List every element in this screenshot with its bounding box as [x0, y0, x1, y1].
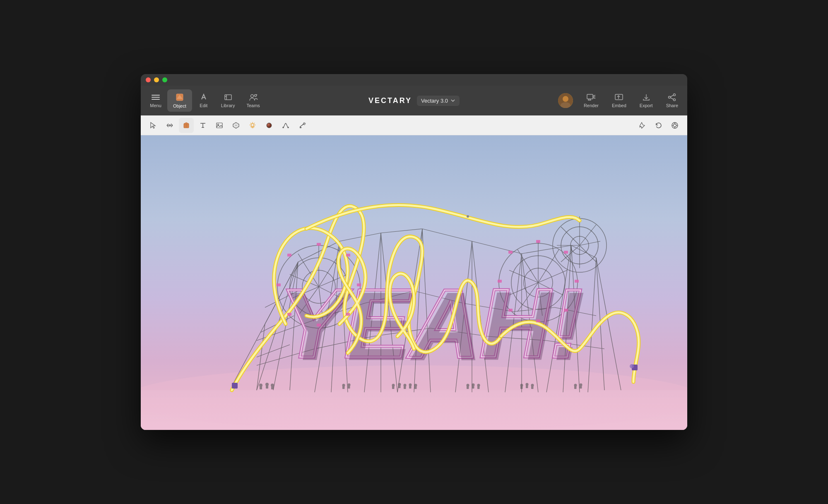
teams-label: Teams [246, 103, 260, 108]
canvas-background: YEAH! YEAH! YEAH! [141, 135, 687, 430]
svg-rect-158 [287, 254, 291, 257]
svg-rect-166 [508, 251, 513, 254]
share-icon [667, 93, 676, 101]
svg-rect-174 [342, 386, 345, 389]
svg-rect-172 [271, 386, 274, 389]
svg-line-43 [250, 123, 251, 124]
render-label: Render [584, 103, 599, 108]
svg-rect-153 [357, 283, 361, 286]
svg-point-29 [674, 99, 676, 101]
svg-rect-159 [536, 240, 540, 243]
embed-button[interactable]: Embed [606, 90, 632, 111]
svg-rect-170 [266, 385, 268, 389]
svg-rect-156 [287, 313, 291, 316]
canvas-area[interactable]: YEAH! YEAH! YEAH! [141, 135, 687, 430]
select-tool[interactable] [146, 118, 161, 133]
library-button[interactable]: Library [215, 90, 241, 111]
transform-tool[interactable] [162, 118, 177, 133]
menu-button[interactable]: Menu [144, 90, 167, 111]
svg-point-206 [630, 364, 634, 368]
svg-line-18 [593, 95, 595, 96]
svg-point-55 [674, 124, 676, 127]
curve-tool[interactable] [278, 118, 293, 133]
close-button[interactable] [146, 77, 151, 82]
subtoolbar [141, 115, 687, 135]
svg-rect-198 [531, 386, 534, 389]
light-tool[interactable] [245, 118, 260, 133]
render-icon [587, 93, 596, 101]
share-button[interactable]: Share [660, 90, 684, 111]
object-tool[interactable] [179, 118, 194, 133]
project-selector[interactable]: Vectary 3.0 [417, 96, 460, 106]
svg-rect-161 [575, 280, 579, 283]
svg-rect-194 [520, 386, 523, 389]
svg-rect-200 [574, 386, 577, 389]
svg-text:YEAH!: YEAH! [282, 272, 585, 381]
pin-tool[interactable] [634, 118, 649, 133]
export-button[interactable]: Export [634, 90, 659, 111]
user-avatar[interactable] [558, 93, 573, 108]
svg-rect-36 [217, 123, 222, 128]
titlebar [141, 74, 687, 86]
embed-label: Embed [612, 103, 626, 108]
text-tool[interactable] [195, 118, 210, 133]
svg-rect-151 [317, 243, 321, 246]
library-label: Library [221, 103, 235, 108]
embed-icon [614, 93, 623, 101]
toolbar-left: Menu Object Edit [144, 89, 266, 112]
svg-rect-188 [467, 386, 469, 389]
svg-rect-154 [346, 313, 350, 316]
object-label: Object [173, 103, 186, 108]
svg-rect-47 [252, 127, 253, 128]
svg-rect-49 [283, 127, 284, 128]
svg-rect-0 [152, 95, 160, 96]
undo-tool[interactable] [651, 118, 666, 133]
svg-rect-155 [317, 324, 321, 326]
svg-point-205 [467, 215, 469, 218]
svg-rect-163 [536, 319, 540, 322]
svg-line-19 [593, 98, 595, 98]
render-button[interactable]: Render [578, 90, 604, 111]
svg-rect-62 [141, 390, 687, 430]
share-label: Share [666, 103, 678, 108]
svg-line-31 [671, 95, 674, 97]
image-tool[interactable] [212, 118, 227, 133]
ar-tool[interactable] [229, 118, 243, 133]
view-mode-tool[interactable] [667, 118, 682, 133]
export-icon [642, 93, 651, 101]
svg-rect-168 [260, 386, 262, 389]
svg-rect-1 [152, 97, 160, 98]
svg-rect-202 [580, 385, 582, 389]
svg-point-48 [267, 123, 272, 128]
svg-point-37 [218, 124, 219, 125]
svg-point-28 [669, 96, 671, 98]
svg-rect-184 [409, 385, 412, 389]
app-window: Menu Object Edit [141, 74, 687, 430]
svg-rect-182 [404, 386, 406, 389]
svg-rect-24 [615, 94, 623, 100]
svg-rect-190 [472, 385, 474, 389]
svg-rect-176 [348, 385, 350, 389]
svg-rect-152 [346, 254, 350, 257]
chevron-down-icon [450, 98, 455, 103]
material-tool[interactable] [262, 118, 277, 133]
svg-line-45 [250, 126, 251, 127]
svg-point-38 [251, 123, 254, 126]
svg-point-10 [254, 95, 256, 97]
edit-points-tool[interactable] [295, 118, 310, 133]
svg-rect-157 [277, 283, 281, 286]
scene-svg: YEAH! YEAH! YEAH! [141, 135, 687, 430]
menu-label: Menu [150, 103, 161, 108]
avatar-image [558, 93, 573, 108]
svg-line-30 [671, 98, 674, 99]
app-logo: VECTARY [368, 96, 412, 105]
edit-button[interactable]: Edit [192, 90, 215, 111]
svg-rect-186 [414, 386, 417, 389]
svg-line-42 [254, 126, 255, 127]
object-button[interactable]: Object [167, 89, 192, 112]
teams-button[interactable]: Teams [241, 90, 265, 111]
minimize-button[interactable] [154, 77, 159, 82]
maximize-button[interactable] [162, 77, 167, 82]
svg-rect-6 [225, 95, 231, 100]
svg-rect-180 [398, 385, 401, 388]
